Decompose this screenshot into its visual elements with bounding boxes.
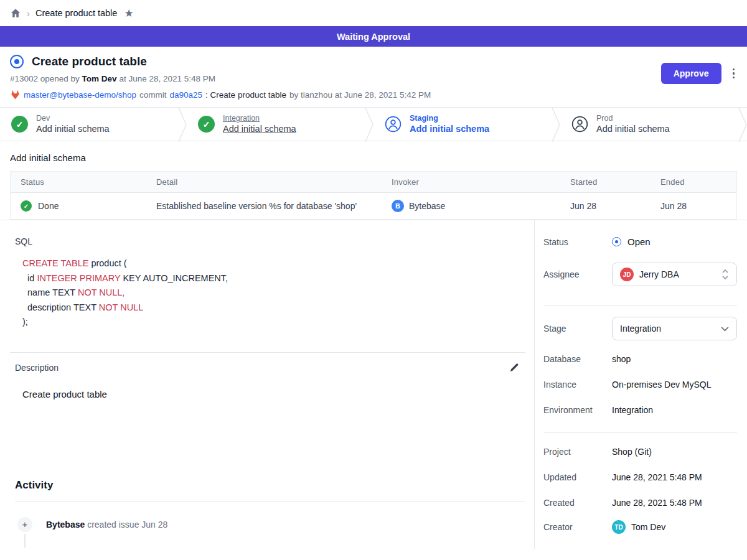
avatar: JD [620, 268, 634, 281]
stage-integration[interactable]: ✓ Integration Add initial schema [187, 108, 365, 141]
page-title: Create product table [32, 55, 147, 68]
task-section: Add initial schema Status Detail Invoker… [0, 141, 747, 220]
sql-code: CREATE TABLE product ( id INTEGER PRIMAR… [22, 256, 534, 330]
activity-item: + Bytebase created issue Jun 28 [17, 517, 534, 532]
creator-value: Tom Dev [631, 522, 665, 532]
created-label: Created [543, 498, 612, 508]
project-value: Shop (Git) [612, 447, 652, 457]
sql-label: SQL [15, 236, 534, 246]
stage-task-label: Add initial schema [410, 123, 489, 135]
stage-value: Integration [620, 324, 661, 334]
updown-chevron-icon [721, 268, 729, 281]
col-invoker: Invoker [382, 172, 560, 192]
project-label: Project [543, 447, 612, 457]
divider [543, 432, 737, 433]
stage-select[interactable]: Integration [612, 317, 737, 340]
status-label: Status [543, 237, 612, 247]
commit-line: master@bytebase-demo/shop commit da90a25… [10, 90, 737, 100]
assignee-label: Assignee [543, 269, 612, 279]
stage-prod[interactable]: Prod Add initial schema [560, 108, 738, 141]
breadcrumb: › Create product table ★ [0, 0, 747, 26]
commit-message: : Create product table [205, 90, 286, 100]
divider [15, 502, 525, 502]
stage-env-label: Prod [596, 113, 670, 123]
divider [10, 352, 525, 353]
instance-value: On-premises Dev MySQL [612, 380, 711, 390]
breadcrumb-title: Create product table [35, 8, 117, 18]
commit-suffix: by tianzhou at June 28, 2021 5:42 PM [289, 90, 431, 100]
more-menu-icon[interactable] [731, 67, 736, 80]
open-status-icon [612, 237, 621, 246]
banner-text: Waiting Approval [337, 32, 410, 42]
edit-pencil-icon[interactable] [509, 363, 519, 373]
person-circle-icon [571, 116, 588, 133]
stage-separator [552, 108, 560, 142]
main-content: SQL CREATE TABLE product ( id INTEGER PR… [0, 220, 534, 549]
task-section-title: Add initial schema [10, 152, 737, 163]
stage-env-label: Staging [410, 113, 489, 123]
activity-actor: Bytebase [46, 520, 85, 530]
task-table-header: Status Detail Invoker Started Ended [11, 172, 736, 193]
task-detail: Established baseline version %s for data… [146, 193, 382, 219]
description-content: Create product table [22, 389, 534, 399]
task-started: Jun 28 [560, 193, 651, 219]
instance-label: Instance [543, 380, 612, 390]
database-value: shop [612, 354, 631, 364]
stage-dev[interactable]: ✓ Dev Add initial schema [0, 108, 178, 141]
activity-action: created issue Jun 28 [85, 520, 167, 530]
avatar: TD [612, 520, 626, 534]
stage-task-label: Add initial schema [596, 123, 670, 135]
approve-button[interactable]: Approve [661, 63, 721, 84]
task-ended: Jun 28 [651, 193, 736, 219]
issue-header: Create product table Approve #13002 open… [0, 47, 747, 107]
stage-task-label: Add initial schema [223, 123, 296, 135]
issue-author: Tom Dev [82, 74, 117, 83]
stage-task-label: Add initial schema [36, 123, 110, 135]
task-table: Status Detail Invoker Started Ended ✓ Do… [10, 171, 737, 220]
stage-staging[interactable]: Staging Add initial schema [374, 108, 552, 141]
col-detail: Detail [146, 172, 382, 192]
check-circle-icon: ✓ [21, 200, 32, 212]
stage-separator [178, 108, 187, 142]
stage-env-label: Integration [223, 113, 296, 123]
task-invoker: Bytebase [409, 201, 445, 211]
issue-open-icon [10, 55, 24, 68]
col-ended: Ended [651, 172, 736, 192]
database-label: Database [543, 354, 612, 364]
favorite-star-icon[interactable]: ★ [124, 7, 133, 20]
activity-title: Activity [15, 479, 534, 492]
issue-meta-prefix: #13002 opened by [10, 74, 82, 83]
col-status: Status [11, 172, 146, 192]
divider [543, 305, 737, 306]
status-banner: Waiting Approval [0, 26, 747, 47]
issue-meta: #13002 opened by Tom Dev at June 28, 202… [10, 74, 737, 83]
creator-label: Creator [543, 522, 612, 532]
home-icon[interactable] [10, 7, 21, 19]
stage-separator [365, 108, 374, 142]
col-started: Started [560, 172, 651, 192]
check-circle-icon: ✓ [11, 116, 28, 133]
commit-hash-link[interactable]: da90a25 [170, 90, 203, 100]
check-circle-icon: ✓ [198, 116, 215, 133]
person-circle-icon [385, 116, 402, 133]
plus-icon: + [17, 517, 32, 532]
assignee-select[interactable]: JD Jerry DBA [612, 263, 737, 286]
table-row: ✓ Done Established baseline version %s f… [11, 193, 736, 219]
assignee-value: Jerry DBA [639, 269, 679, 279]
issue-sidebar: Status Open Assignee JD Jerry DBA Stage … [534, 220, 747, 549]
updated-value: June 28, 2021 5:48 PM [612, 472, 702, 482]
created-value: June 28, 2021 5:48 PM [612, 498, 702, 508]
issue-meta-suffix: at June 28, 2021 5:48 PM [117, 74, 215, 83]
stage-label: Stage [543, 324, 612, 334]
gitlab-icon [10, 90, 21, 100]
chevron-right-icon: › [27, 8, 30, 19]
avatar: B [392, 200, 404, 212]
branch-link[interactable]: master@bytebase-demo/shop [24, 90, 136, 100]
stage-separator [738, 108, 747, 142]
updated-label: Updated [543, 472, 612, 482]
pipeline-bar: ✓ Dev Add initial schema ✓ Integration A… [0, 107, 747, 141]
commit-word: commit [139, 90, 167, 100]
task-status: Done [38, 201, 59, 211]
description-label: Description [15, 363, 59, 373]
environment-value: Integration [612, 405, 653, 415]
